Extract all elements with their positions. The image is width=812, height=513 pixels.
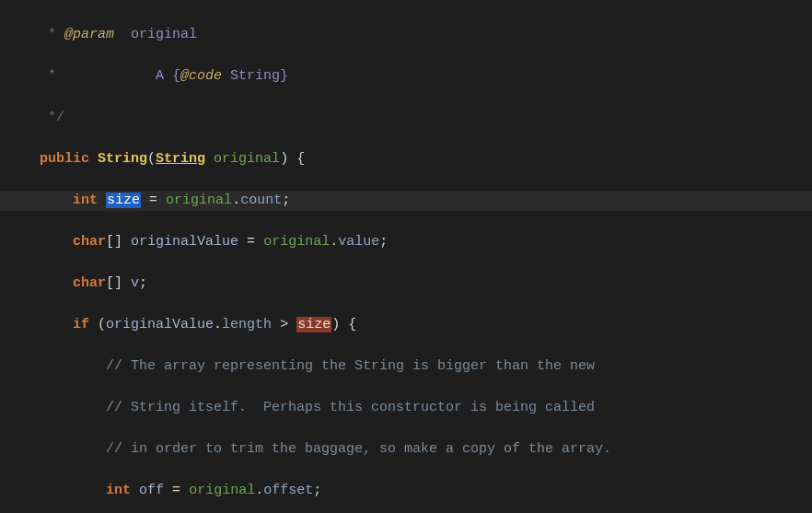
code-line[interactable]: */ bbox=[0, 108, 812, 129]
occurrence-highlight: size bbox=[296, 317, 331, 332]
comment-line: // in order to trim the baggage, so make… bbox=[106, 441, 611, 457]
param-original: original bbox=[214, 151, 280, 167]
selection[interactable]: size bbox=[106, 192, 141, 208]
doc-param-name: original bbox=[131, 27, 197, 42]
keyword-public: public bbox=[40, 151, 89, 167]
code-line[interactable]: // String itself. Perhaps this construct… bbox=[0, 398, 812, 419]
type-string-link[interactable]: String bbox=[156, 151, 205, 167]
code-line[interactable]: char[] originalValue = original.value; bbox=[0, 232, 812, 253]
keyword-char: char bbox=[73, 234, 106, 250]
code-line[interactable]: int off = original.offset; bbox=[0, 481, 812, 502]
field-offset: offset bbox=[263, 483, 313, 498]
field-length: length bbox=[222, 317, 272, 332]
doc-tag: @param bbox=[64, 27, 114, 42]
code-editor[interactable]: * @param original * A {@code String} */ … bbox=[0, 0, 812, 513]
code-line[interactable]: * @param original bbox=[0, 25, 812, 46]
keyword-if: if bbox=[73, 317, 89, 332]
doc-desc: A { bbox=[156, 68, 180, 84]
code-line[interactable]: char[] v; bbox=[0, 274, 812, 295]
comment-line: // The array representing the String is … bbox=[106, 358, 595, 374]
doc-code-tag: @code bbox=[180, 68, 222, 84]
doc-close: */ bbox=[48, 110, 64, 125]
field-value: value bbox=[338, 234, 379, 250]
code-line[interactable]: // The array representing the String is … bbox=[0, 356, 812, 378]
type-string: String bbox=[98, 151, 147, 167]
code-line[interactable]: // in order to trim the baggage, so make… bbox=[0, 439, 812, 461]
field-count: count bbox=[240, 192, 282, 208]
keyword-int: int bbox=[73, 192, 98, 208]
code-line[interactable]: public String(String original) { bbox=[0, 149, 812, 170]
code-line-current[interactable]: int size = original.count; bbox=[0, 191, 812, 212]
comment-text: * bbox=[48, 27, 64, 42]
comment-line: // String itself. Perhaps this construct… bbox=[106, 400, 595, 415]
code-line[interactable]: * A {@code String} bbox=[0, 66, 812, 87]
code-line[interactable]: if (originalValue.length > size) { bbox=[0, 315, 812, 336]
